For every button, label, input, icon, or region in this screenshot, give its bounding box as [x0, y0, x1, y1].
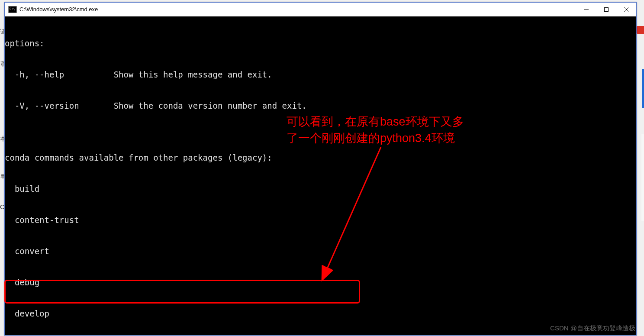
terminal-output: debug	[5, 277, 636, 288]
terminal-output: develop	[5, 308, 636, 319]
terminal-output: -h, --help Show this help message and ex…	[5, 69, 636, 80]
cmd-icon	[8, 6, 17, 13]
svg-rect-1	[605, 7, 609, 11]
cmd-window: C:\Windows\system32\cmd.exe options: -h,…	[4, 2, 637, 336]
close-button[interactable]	[616, 3, 636, 16]
cropped-background-right	[637, 0, 644, 336]
window-title: C:\Windows\system32\cmd.exe	[19, 6, 576, 13]
window-controls	[576, 3, 636, 16]
maximize-button[interactable]	[596, 3, 616, 16]
terminal-output: conda commands available from other pack…	[5, 152, 636, 163]
terminal-output: options:	[5, 38, 636, 48]
titlebar[interactable]: C:\Windows\system32\cmd.exe	[5, 3, 636, 16]
watermark: CSDN @自在极意功登峰造极	[550, 324, 635, 333]
terminal-output: content-trust	[5, 215, 636, 225]
terminal-output: build	[5, 184, 636, 194]
terminal-output: -V, --version Show the conda version num…	[5, 100, 636, 111]
minimize-button[interactable]	[576, 3, 596, 16]
cropped-background-left: 证 章 本 里 C	[0, 0, 4, 336]
terminal-output: convert	[5, 246, 636, 256]
terminal-area[interactable]: options: -h, --help Show this help messa…	[5, 16, 636, 335]
